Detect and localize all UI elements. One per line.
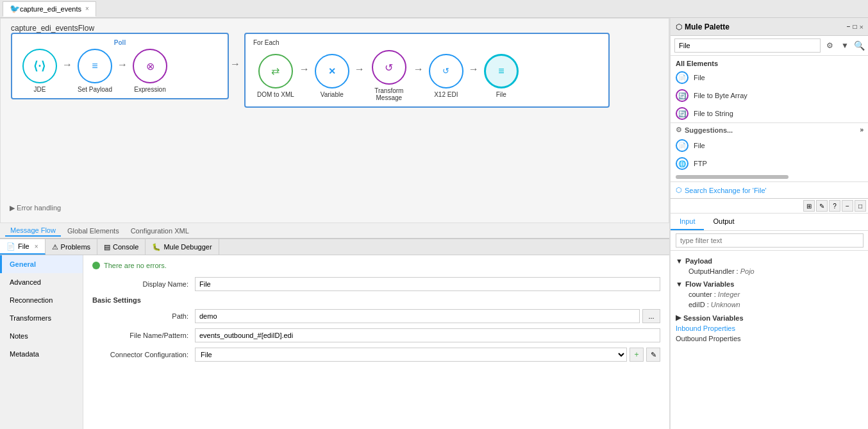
tab-mule-debugger[interactable]: 🐛 Mule Debugger bbox=[146, 239, 219, 255]
nav-advanced[interactable]: Advanced bbox=[0, 273, 83, 291]
node-jde[interactable]: ⟨·⟩ JDE bbox=[22, 49, 57, 93]
nav-reconnection[interactable]: Reconnection bbox=[0, 291, 83, 309]
tab-file[interactable]: 📄 File × bbox=[0, 239, 46, 255]
error-handling[interactable]: ▶ Error handling bbox=[10, 204, 61, 212]
path-input[interactable] bbox=[195, 309, 640, 323]
palette-maximize[interactable]: □ bbox=[853, 23, 857, 30]
tab-console[interactable]: ▤ Console bbox=[97, 239, 146, 255]
palette-title: Mule Palette bbox=[685, 22, 847, 31]
node-variable-label: Variable bbox=[321, 91, 344, 98]
arrow-fe-1: → bbox=[299, 63, 310, 75]
status-dot bbox=[92, 262, 100, 269]
tab-global-elements[interactable]: Global Elements bbox=[62, 226, 124, 236]
path-row: Path: ... bbox=[92, 309, 660, 323]
node-set-payload[interactable]: ≡ Set Payload bbox=[78, 49, 112, 93]
suggestions-label: Suggestions... bbox=[685, 126, 857, 134]
node-variable[interactable]: ✕ Variable bbox=[315, 54, 349, 98]
console-icon: ▤ bbox=[104, 243, 110, 251]
node-expression[interactable]: ⊗ Expression bbox=[133, 49, 167, 93]
basic-settings-title: Basic Settings bbox=[92, 296, 660, 304]
palette-exchange: ⬡ Search Exchange for 'File' bbox=[671, 181, 868, 198]
palette-search-input[interactable] bbox=[674, 38, 821, 53]
output-handler-item: OutputHandler : Pojo bbox=[676, 266, 864, 276]
palette-item-file[interactable]: 📄 File bbox=[671, 69, 868, 87]
arrow-1: → bbox=[62, 59, 72, 71]
session-variables-group[interactable]: ▶ Session Variables bbox=[676, 312, 864, 323]
display-name-row: Display Name: bbox=[92, 277, 660, 291]
panel-btn-edit[interactable]: ✎ bbox=[816, 200, 828, 212]
file-name-input[interactable] bbox=[195, 328, 660, 342]
connector-select[interactable]: File bbox=[195, 348, 627, 362]
status-text: There are no errors. bbox=[104, 262, 167, 269]
node-x12-label: X12 EDI bbox=[434, 91, 458, 98]
nav-metadata[interactable]: Metadata bbox=[0, 345, 83, 363]
palette-item-file-to-string[interactable]: 🔄 File to String bbox=[671, 105, 868, 122]
node-dom-label: DOM to XML bbox=[257, 91, 294, 98]
flow-variables-group[interactable]: ▼ Flow Variables bbox=[676, 279, 864, 289]
node-file-circle: ≡ bbox=[484, 54, 519, 88]
palette-dropdown-btn[interactable]: ▼ bbox=[839, 39, 851, 52]
mule-palette: ⬡ Mule Palette − □ × ⚙ ▼ 🔍 All Elements … bbox=[670, 18, 868, 199]
output-handler-type: Pojo bbox=[740, 267, 755, 275]
nav-transformers[interactable]: Transformers bbox=[0, 309, 83, 327]
tab-close-btn[interactable]: × bbox=[85, 5, 89, 12]
ediid-type: Unknown bbox=[711, 301, 740, 308]
for-each-box: For Each ⇄ DOM to XML → bbox=[244, 33, 610, 108]
node-dom-to-xml[interactable]: ⇄ DOM to XML bbox=[257, 54, 294, 98]
tab-problems[interactable]: ⚠ Problems bbox=[46, 239, 97, 255]
node-expression-label: Expression bbox=[134, 86, 165, 93]
arrow-fe-4: → bbox=[469, 63, 479, 75]
tab-input[interactable]: Input bbox=[671, 214, 704, 230]
palette-minimize[interactable]: − bbox=[847, 23, 851, 30]
node-x12-circle: ↺ bbox=[429, 54, 463, 88]
node-file[interactable]: ≡ File bbox=[484, 54, 519, 98]
exchange-link[interactable]: ⬡ Search Exchange for 'File' bbox=[676, 186, 864, 194]
file-palette-icon: 📄 bbox=[676, 71, 689, 84]
panel-btn-minimize[interactable]: − bbox=[842, 200, 853, 212]
node-x12-edi[interactable]: ↺ X12 EDI bbox=[429, 54, 463, 98]
palette-close-btn[interactable]: × bbox=[860, 23, 864, 31]
debugger-icon: 🐛 bbox=[152, 243, 161, 251]
scroll-area bbox=[671, 172, 868, 181]
palette-item-file-byte-array[interactable]: 🔄 File to Byte Array bbox=[671, 87, 868, 105]
main-container: capture_edi_eventsFlow Poll ⟨·⟩ JDE → bbox=[0, 18, 868, 429]
poll-box: Poll ⟨·⟩ JDE → ≡ bbox=[11, 33, 229, 99]
palette-suggestion-file[interactable]: 📄 File bbox=[671, 137, 868, 155]
tab-message-flow[interactable]: Message Flow bbox=[5, 225, 61, 237]
flow-canvas: capture_edi_eventsFlow Poll ⟨·⟩ JDE → bbox=[0, 18, 669, 223]
node-jde-label: JDE bbox=[34, 86, 46, 93]
panel-btn-help[interactable]: ? bbox=[829, 200, 840, 212]
properties-content: There are no errors. Display Name: Basic… bbox=[83, 255, 669, 429]
node-variable-circle: ✕ bbox=[315, 54, 349, 88]
palette-settings-btn[interactable]: ⚙ bbox=[823, 39, 836, 52]
tab-configuration-xml[interactable]: Configuration XML bbox=[126, 226, 194, 236]
file-tab-label: File bbox=[18, 242, 29, 250]
flow-tabs-bar: Message Flow Global Elements Configurati… bbox=[0, 223, 669, 239]
payload-collapse-icon: ▼ bbox=[676, 257, 683, 265]
path-browse-button[interactable]: ... bbox=[642, 309, 660, 323]
tab-output[interactable]: Output bbox=[704, 214, 743, 230]
suggestions-collapse-btn[interactable]: » bbox=[860, 126, 864, 133]
outbound-properties-item[interactable]: Outbound Properties bbox=[676, 333, 864, 344]
panel-btn-maximize[interactable]: □ bbox=[855, 200, 866, 212]
payload-group[interactable]: ▼ Payload bbox=[676, 256, 864, 266]
output-handler-label: OutputHandler : bbox=[689, 267, 740, 275]
filter-input[interactable] bbox=[676, 233, 864, 248]
display-name-input[interactable] bbox=[195, 277, 660, 291]
suggestion-ftp-label: FTP bbox=[694, 160, 707, 167]
suggestion-file-icon: 📄 bbox=[676, 139, 689, 152]
connector-edit-button[interactable]: ✎ bbox=[646, 348, 660, 362]
path-label: Path: bbox=[92, 312, 195, 320]
inbound-properties-item[interactable]: Inbound Properties bbox=[676, 323, 864, 333]
connector-add-button[interactable]: + bbox=[630, 348, 644, 362]
suggestion-file-label: File bbox=[694, 142, 705, 149]
palette-suggestion-ftp[interactable]: 🌐 FTP bbox=[671, 155, 868, 172]
panel-btn-grid[interactable]: ⊞ bbox=[803, 200, 815, 212]
node-transform[interactable]: ↺ Transform Message bbox=[370, 50, 408, 101]
nav-notes[interactable]: Notes bbox=[0, 327, 83, 345]
error-handling-text: ▶ Error handling bbox=[10, 204, 61, 212]
file-tab-close[interactable]: × bbox=[35, 243, 38, 250]
palette-icon: ⬡ bbox=[676, 22, 682, 31]
tab-capture-edi-events[interactable]: 🐦 capture_edi_events × bbox=[3, 1, 96, 17]
nav-general[interactable]: General bbox=[0, 255, 83, 273]
